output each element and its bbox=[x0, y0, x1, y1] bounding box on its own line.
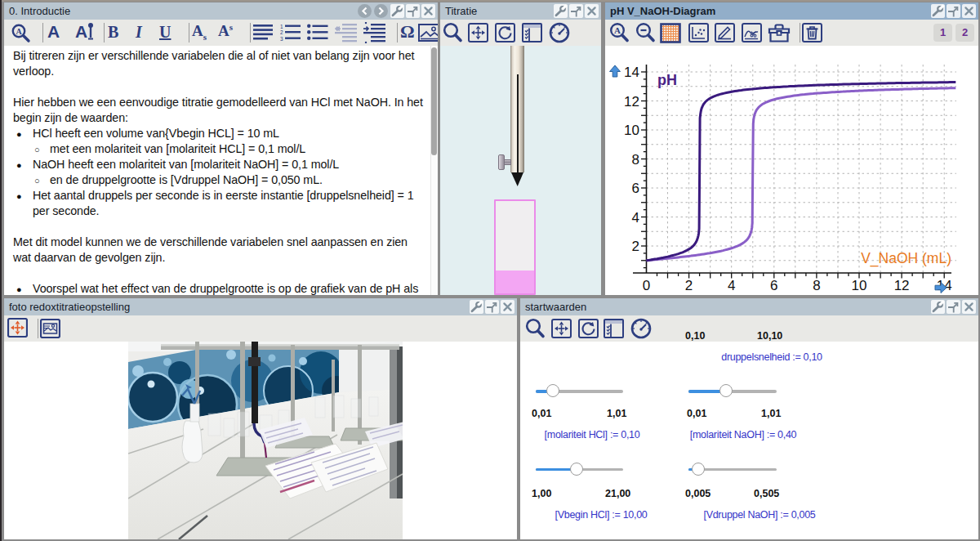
svg-text:10: 10 bbox=[852, 278, 867, 293]
svg-text:2: 2 bbox=[685, 278, 693, 293]
svg-text:6: 6 bbox=[770, 278, 777, 293]
svg-text:10: 10 bbox=[624, 123, 639, 138]
svg-text:8: 8 bbox=[632, 152, 639, 168]
svg-text:3: 3 bbox=[280, 36, 283, 42]
svg-text:0: 0 bbox=[643, 278, 650, 293]
svg-text:2: 2 bbox=[280, 29, 283, 35]
svg-text:12: 12 bbox=[894, 278, 910, 293]
svg-text:6: 6 bbox=[632, 181, 639, 196]
svg-text:2: 2 bbox=[632, 239, 639, 254]
svg-text:V_NaOH (mL): V_NaOH (mL) bbox=[861, 250, 951, 267]
svg-text:A: A bbox=[16, 27, 22, 36]
svg-text:pH: pH bbox=[657, 72, 677, 88]
svg-text:1: 1 bbox=[280, 24, 283, 29]
svg-text:A: A bbox=[614, 25, 621, 35]
svg-text:8: 8 bbox=[813, 278, 820, 293]
svg-text:12: 12 bbox=[624, 94, 639, 110]
svg-text:4: 4 bbox=[632, 210, 639, 226]
svg-text:4: 4 bbox=[728, 278, 735, 293]
svg-text:14: 14 bbox=[624, 65, 639, 80]
